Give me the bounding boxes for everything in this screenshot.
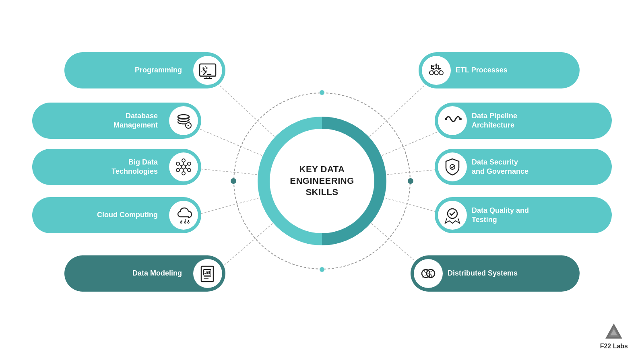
- pill-etl-icon: ETL: [422, 56, 451, 85]
- svg-point-22: [182, 165, 186, 169]
- svg-point-65: [429, 275, 432, 277]
- svg-point-53: [429, 71, 433, 75]
- dot-bottom: [320, 267, 324, 272]
- svg-point-38: [180, 222, 182, 223]
- main-canvas: KEY DATA ENGINEERING SKILLS Programming …: [0, 0, 644, 362]
- pill-cloud-label: Cloud Computing: [32, 210, 166, 220]
- svg-text:CODE: CODE: [201, 70, 207, 73]
- svg-point-39: [184, 222, 186, 223]
- svg-line-30: [186, 165, 188, 166]
- pill-bigdata: Big Data Technologies: [32, 149, 201, 185]
- svg-point-23: [182, 159, 185, 162]
- svg-rect-49: [204, 273, 206, 274]
- pill-cloud-icon: [169, 201, 198, 230]
- svg-point-24: [188, 162, 191, 165]
- pill-pipeline-label: Data Pipeline Architecture: [467, 111, 612, 130]
- pill-pipeline: Data Pipeline Architecture: [435, 103, 612, 139]
- dot-left-mid: [231, 178, 236, 184]
- pill-etl-label: ETL Processes: [451, 66, 580, 75]
- pill-quality-icon: [438, 201, 467, 230]
- svg-line-34: [180, 165, 182, 166]
- f22-logo-icon: [604, 321, 624, 341]
- center-line2: ENGINEERING: [290, 175, 354, 187]
- pill-distributed-icon: [414, 259, 443, 288]
- svg-point-61: [448, 209, 457, 218]
- dot-top: [320, 90, 324, 95]
- svg-line-33: [180, 168, 182, 169]
- pill-security-label: Data Security and Governance: [467, 158, 612, 177]
- pill-database-icon: [169, 106, 198, 135]
- svg-point-40: [188, 222, 189, 223]
- svg-point-25: [188, 169, 191, 172]
- pill-pipeline-icon: [438, 106, 467, 135]
- pill-data-modeling-label: Data Modeling: [64, 269, 190, 278]
- pill-programming: Programming </> CODE: [64, 52, 225, 88]
- svg-line-31: [186, 168, 188, 169]
- pill-distributed: Distributed Systems: [411, 255, 580, 292]
- pill-security-icon: [438, 152, 467, 181]
- pill-distributed-label: Distributed Systems: [443, 269, 580, 278]
- center-label: KEY DATA ENGINEERING SKILLS: [290, 164, 354, 198]
- pill-database-label: Database Management: [32, 111, 166, 130]
- pill-data-modeling-icon: [193, 259, 222, 288]
- svg-point-54: [434, 71, 438, 75]
- f22-labs-logo: F22 Labs: [600, 321, 628, 350]
- svg-point-57: [436, 64, 437, 65]
- pill-programming-icon: </> CODE: [193, 56, 222, 85]
- svg-point-64: [425, 270, 427, 272]
- f22-logo-text: F22 Labs: [600, 343, 628, 350]
- pill-cloud: Cloud Computing: [32, 197, 201, 233]
- svg-rect-50: [206, 272, 208, 274]
- pill-bigdata-label: Big Data Technologies: [32, 158, 166, 177]
- pill-security: Data Security and Governance: [435, 149, 612, 185]
- pill-quality: Data Quality and Testing: [435, 197, 612, 233]
- pill-programming-label: Programming: [64, 66, 190, 75]
- pill-quality-label: Data Quality and Testing: [467, 206, 612, 225]
- dot-right-mid: [408, 178, 413, 184]
- pill-etl: ETL ETL Processes: [419, 52, 580, 88]
- svg-point-62: [422, 269, 430, 278]
- svg-point-26: [182, 172, 185, 175]
- pill-data-modeling: Data Modeling: [64, 255, 225, 292]
- svg-point-28: [176, 162, 180, 165]
- center-line3: SKILLS: [290, 187, 354, 198]
- svg-point-59: [459, 118, 462, 120]
- pill-bigdata-icon: [169, 152, 198, 181]
- center-line1: KEY DATA: [290, 164, 354, 175]
- svg-rect-51: [208, 271, 210, 274]
- svg-text:</>: </>: [202, 66, 208, 70]
- svg-point-58: [445, 118, 447, 120]
- svg-point-27: [176, 169, 180, 172]
- pill-database: Database Management: [32, 103, 201, 139]
- svg-point-55: [439, 71, 443, 75]
